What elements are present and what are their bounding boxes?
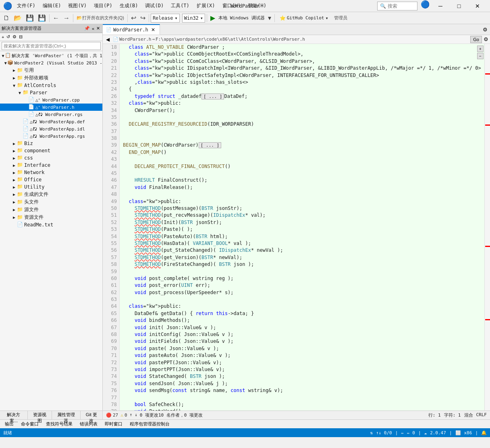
menu-tools[interactable]: 工具(T) xyxy=(168,1,193,11)
nav-up-icon[interactable]: ↑ xyxy=(130,412,133,418)
tree-item-solution[interactable]: ▼ 📋 解决方案 'WordPaster' (1 个项目，共 1 xyxy=(0,52,102,59)
tab-settings-btn[interactable]: ⚙ xyxy=(480,24,490,35)
menu-view[interactable]: 视图(V) xyxy=(65,1,90,11)
immediate-tab-btn[interactable]: 即时窗口 xyxy=(102,420,126,428)
tree-item-parser[interactable]: ▼ 📁 Parser xyxy=(0,89,102,96)
solution-tab-btn[interactable]: 解决方案... xyxy=(0,411,28,419)
nav-down-icon[interactable]: ↓ xyxy=(135,412,137,418)
property-manager-tab-btn[interactable]: 属性管理器 xyxy=(52,411,81,419)
nav-settings-icon[interactable]: ⚙ xyxy=(484,36,488,42)
solution-add-btn[interactable]: + xyxy=(1,34,5,40)
tree-item-wordparser-h[interactable]: 📄 △ᐩ WordParser.h xyxy=(0,104,102,111)
toolbar-redo-btn[interactable]: ↪ xyxy=(139,13,147,23)
tree-item-sources[interactable]: ▶ 📁 源文件 xyxy=(0,206,102,214)
tree-item-office[interactable]: ▶ 📁 Office xyxy=(0,176,102,183)
code-line-54: STDMETHOD(PasteAuto)(BSTR html); xyxy=(123,233,487,240)
tree-item-readme[interactable]: 📄 ReadMe.txt xyxy=(0,221,102,228)
tree-item-biz[interactable]: ▶ 📁 Biz xyxy=(0,140,102,147)
find-symbols-tab-btn[interactable]: 查找符号结果 xyxy=(43,420,76,428)
toolbar-forward-btn[interactable]: → xyxy=(62,14,71,23)
solution-refresh-btn[interactable]: ↺ xyxy=(6,34,11,40)
tree-item-network[interactable]: ▶ 📁 Network xyxy=(0,169,102,176)
cmd-tab-btn[interactable]: 命令窗口 xyxy=(18,420,42,428)
toolbar-undo-btn[interactable]: ↩ xyxy=(129,13,138,23)
zoom-in-btn[interactable]: + xyxy=(477,46,484,52)
nav-go-btn[interactable]: Go xyxy=(470,36,482,43)
toolbar-new-btn[interactable]: 🗋 xyxy=(2,14,11,23)
tree-item-component[interactable]: ▶ 📁 component xyxy=(0,147,102,154)
global-search-input[interactable] xyxy=(388,3,412,9)
tree-item-css[interactable]: ▶ 📁 css xyxy=(0,154,102,162)
code-line-35 xyxy=(123,114,487,121)
error-list-tab-btn[interactable]: 错误列表 xyxy=(77,420,101,428)
menu-extensions[interactable]: 扩展(X) xyxy=(193,1,218,11)
row-label: 行: 1 xyxy=(428,412,441,418)
code-scroll[interactable]: class ATL_NO_VTABLE CWordParser ; class=… xyxy=(120,44,490,411)
toolbar-save-all-btn[interactable]: 💾 xyxy=(36,13,48,23)
toolbar-save-btn[interactable]: 💾 xyxy=(24,13,35,23)
app-rgs-label: △🗘 WordPasterApp.rgs xyxy=(30,134,85,139)
menu-project[interactable]: 项目(P) xyxy=(91,1,116,11)
tree-item-headers[interactable]: ▶ 📁 头文件 xyxy=(0,198,102,206)
close-button[interactable]: ✕ xyxy=(468,0,487,12)
nav-prev-btn[interactable]: ◀ xyxy=(104,36,111,43)
copilot-btn[interactable]: ⭐ GitHub Copilot ▾ xyxy=(280,15,328,21)
code-line-23: ,class="kw">public sigslot::has_slots<> xyxy=(123,79,487,86)
toolbar-open-folder-btn[interactable]: 📂 打开所在的文件夹(Q) xyxy=(75,14,126,22)
admin-btn[interactable]: 管理员 xyxy=(332,14,349,22)
git-changes-tab-btn[interactable]: Git 更改 xyxy=(81,411,102,419)
copilot-chevron-icon: ▾ xyxy=(325,15,328,21)
run-button[interactable]: ▶ xyxy=(209,13,217,23)
code-content[interactable]: class ATL_NO_VTABLE CWordParser ; class=… xyxy=(120,44,490,411)
toolbar-open-btn[interactable]: 📂 xyxy=(12,13,23,23)
panel-arrow-btn[interactable]: « xyxy=(91,25,95,31)
solution-filter-btn[interactable]: ⚙ xyxy=(12,34,17,40)
tree-item-project[interactable]: ▼ 📦 WordPaster2 (Visual Studio 2013 - xyxy=(0,59,102,66)
tree-item-app-rgs[interactable]: 📄 △🗘 WordPasterApp.rgs xyxy=(0,133,102,140)
tree-item-external[interactable]: ▶ 📁 外部依赖项 xyxy=(0,74,102,82)
run-split-btn[interactable]: ▾ xyxy=(266,13,273,23)
menu-debug[interactable]: 调试(D) xyxy=(142,1,167,11)
menu-build[interactable]: 生成(B) xyxy=(116,1,141,11)
tree-item-wordparser-rgs[interactable]: 📄 △🗘 WordParser.rgs xyxy=(0,111,102,118)
resource-view-tab-btn[interactable]: 资源视图 xyxy=(28,411,52,419)
tree-item-app-def[interactable]: 📄 △🗘 WordPasterApp.def xyxy=(0,118,102,125)
code-line-72: void pastePPT(Json::Value& v); xyxy=(123,359,487,366)
minimize-button[interactable]: ─ xyxy=(431,0,450,12)
zoom-out-btn[interactable]: − xyxy=(477,53,484,59)
tab-wordparser-h[interactable]: 📄 WordParser.h ✕ xyxy=(103,24,160,35)
changes-label: 0 项更改10 名作者，0 项更改 xyxy=(140,412,203,418)
panel-close-btn[interactable]: ✕ xyxy=(96,25,101,31)
toolbar-back-btn[interactable]: ← xyxy=(51,14,61,23)
tree-item-interface[interactable]: ▶ 📁 Interface xyxy=(0,162,102,169)
col-label: 字符: 1 xyxy=(444,412,461,418)
tree-item-atlcontrols[interactable]: ▼ 📁 AtlControls xyxy=(0,82,102,89)
platform-dropdown[interactable]: Win32 ▾ xyxy=(182,14,205,23)
code-line-63 xyxy=(123,296,487,303)
solution-search-input[interactable] xyxy=(2,42,101,50)
menu-file[interactable]: 文件(F) xyxy=(14,1,39,11)
config-dropdown[interactable]: Release ▾ xyxy=(151,14,180,23)
code-line-62: void post_process(UperSpeeder* s); xyxy=(123,289,487,296)
menu-edit[interactable]: 编辑(E) xyxy=(39,1,64,11)
tree-item-wordparser-cpp[interactable]: 📄 △ᐩ WordParser.cpp xyxy=(0,96,102,104)
code-line-49: class="kw">public: xyxy=(123,198,487,205)
biz-label: Biz xyxy=(24,141,33,146)
package-console-tab-btn[interactable]: 程序包管理器控制台 xyxy=(127,420,173,428)
line-numbers: 1819202122232426323435363738394243444546… xyxy=(103,44,120,411)
solution-collapse-btn[interactable]: ⊟ xyxy=(18,34,23,40)
tree-item-generated[interactable]: ▶ 📁 生成的文件 xyxy=(0,191,102,198)
tree-item-ref[interactable]: ▶ 📁 引用 xyxy=(0,66,102,74)
tree-item-app-idl[interactable]: 📄 △🗘 WordPasterApp.idl xyxy=(0,125,102,133)
tree-item-resources[interactable]: ▶ 📁 资源文件 xyxy=(0,214,102,221)
editor-nav: ◀ 📄 WordParser.h → F:\apps\wordpaster\co… xyxy=(103,35,490,44)
tree-item-utility[interactable]: ▶ 📁 Utility xyxy=(0,183,102,191)
nav-file-icon: 📄 xyxy=(113,37,118,42)
panel-pin-btn[interactable]: 📌 xyxy=(83,25,91,31)
tab-close-btn[interactable]: ✕ xyxy=(150,27,156,33)
output-tab-btn[interactable]: 输出 xyxy=(2,420,17,428)
code-line-55: STDMETHOD(HasData)( VARIANT_BOOL* val ); xyxy=(123,240,487,247)
solution-panel: 解决方案资源管理器 📌 « ✕ + ↺ ⚙ ⊟ ▼ 📋 解决方案 'WordPa… xyxy=(0,24,103,419)
maximize-button[interactable]: □ xyxy=(450,0,468,12)
editor-status-left: 🔴 27 ⚠ 0 ↑ ↓ 0 项更改10 名作者，0 项更改 xyxy=(106,412,426,418)
